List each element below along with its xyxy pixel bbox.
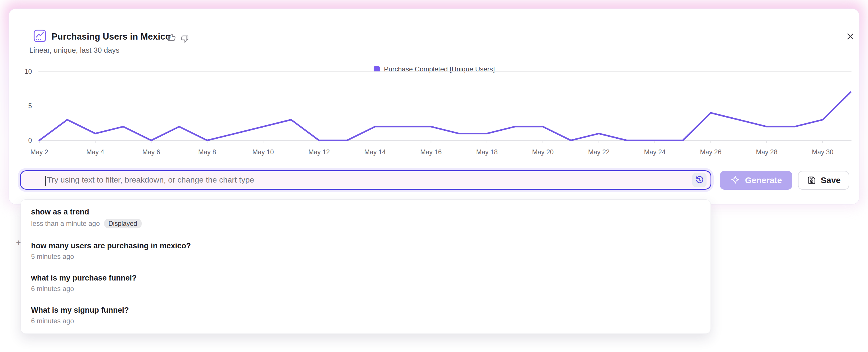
history-icon (694, 175, 705, 185)
history-button[interactable] (692, 173, 707, 187)
x-axis-tick-label: May 24 (635, 148, 675, 156)
y-axis-tick-label: 5 (9, 102, 32, 110)
x-axis-tick-label: May 22 (579, 148, 619, 156)
x-axis-tick-label: May 14 (355, 148, 395, 156)
history-timestamp: 6 minutes ago (31, 285, 74, 293)
chart-subtitle: Linear, unique, last 30 days (29, 46, 120, 55)
history-query: What is my signup funnel? (31, 305, 700, 315)
prompt-input[interactable]: Try using text to filter, breakdown, or … (20, 170, 711, 190)
save-button[interactable]: Save (798, 171, 849, 190)
generate-button[interactable]: Generate (720, 171, 792, 190)
x-axis-tick-label: May 18 (467, 148, 507, 156)
history-timestamp: less than a minute ago (31, 220, 100, 228)
x-axis-tick-label: May 30 (803, 148, 843, 156)
history-query: show as a trend (31, 207, 700, 217)
save-disk-icon (806, 175, 817, 185)
page-title: Purchasing Users in Mexico (52, 32, 171, 42)
history-query: what is my purchase funnel? (31, 273, 700, 283)
x-axis-tick-label: May 6 (131, 148, 171, 156)
history-item[interactable]: what is my purchase funnel? 6 minutes ag… (31, 273, 700, 293)
x-axis-tick-label: May 28 (747, 148, 786, 156)
chart-legend: Purchase Completed [Unique Users] (9, 65, 860, 74)
x-axis-tick-label: May 12 (299, 148, 339, 156)
x-axis-tick-label: May 20 (523, 148, 563, 156)
history-timestamp: 6 minutes ago (31, 317, 74, 325)
status-badge: Displayed (104, 219, 142, 228)
y-axis-tick-label: 10 (9, 68, 32, 75)
history-item[interactable]: What is my signup funnel? 6 minutes ago (31, 305, 700, 325)
y-axis-tick-label: 0 (9, 137, 32, 145)
thumbs-down-button[interactable] (180, 34, 189, 43)
prompt-placeholder: Try using text to filter, breakdown, or … (47, 175, 254, 185)
history-item[interactable]: show as a trend less than a minute ago D… (31, 207, 700, 228)
generate-label: Generate (745, 175, 782, 185)
save-label: Save (821, 175, 841, 185)
history-item[interactable]: how many users are purchasing in mexico?… (31, 241, 700, 261)
close-icon (845, 32, 855, 41)
text-caret (45, 176, 46, 186)
history-timestamp: 5 minutes ago (31, 253, 74, 261)
x-axis-tick-label: May 10 (243, 148, 283, 156)
header-divider (9, 59, 860, 59)
x-axis-tick-label: May 2 (19, 148, 59, 156)
x-axis-tick-label: May 16 (411, 148, 451, 156)
sparkle-icon (730, 175, 740, 185)
legend-label: Purchase Completed [Unique Users] (384, 65, 495, 73)
history-dropdown: show as a trend less than a minute ago D… (21, 199, 711, 334)
close-button[interactable] (845, 29, 860, 43)
history-query: how many users are purchasing in mexico? (31, 241, 700, 251)
legend-swatch (374, 66, 380, 72)
x-axis-tick-label: May 26 (691, 148, 731, 156)
line-chart-icon (33, 29, 46, 42)
thumbs-up-button[interactable] (167, 33, 176, 42)
x-axis-tick-label: May 8 (187, 148, 227, 156)
x-axis-tick-label: May 4 (75, 148, 115, 156)
